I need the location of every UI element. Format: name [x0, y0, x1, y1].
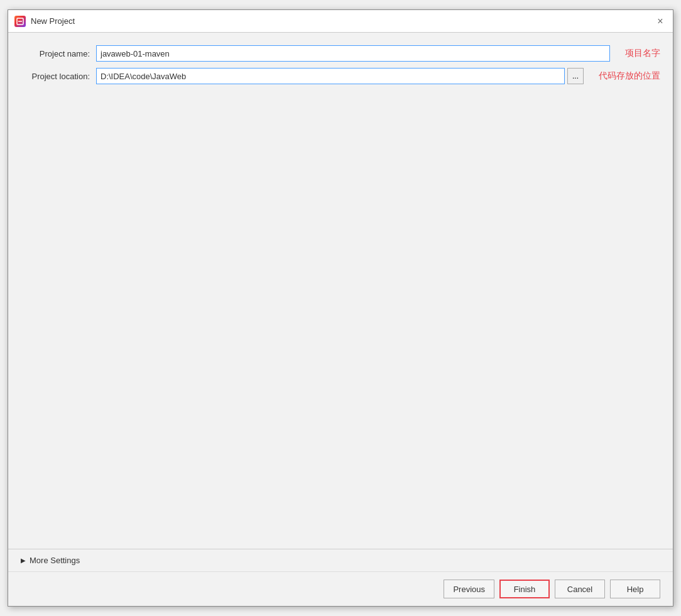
more-settings-label: More Settings: [30, 556, 80, 565]
help-button[interactable]: Help: [610, 580, 660, 598]
dialog-content: Project name: 项目名字 Project location: ...…: [8, 33, 673, 549]
project-location-input[interactable]: [96, 68, 565, 84]
project-location-input-wrap: ... 代码存放的位置: [96, 68, 660, 84]
window-title: New Project: [31, 16, 75, 26]
title-bar-left: New Project: [14, 16, 75, 27]
project-location-row: Project location: ... 代码存放的位置: [21, 68, 660, 84]
project-name-label: Project name:: [21, 49, 96, 58]
project-location-annotation: 代码存放的位置: [599, 70, 660, 82]
cancel-button[interactable]: Cancel: [555, 580, 605, 598]
previous-button[interactable]: Previous: [444, 580, 494, 598]
browse-button[interactable]: ...: [567, 68, 584, 84]
project-name-input[interactable]: [96, 45, 610, 62]
project-name-row: Project name: 项目名字: [21, 45, 660, 62]
button-bar: Previous Finish Cancel Help: [8, 571, 673, 606]
more-settings-row[interactable]: ▶ More Settings: [8, 549, 673, 571]
project-location-label: Project location:: [21, 72, 96, 81]
finish-button[interactable]: Finish: [499, 580, 550, 598]
new-project-dialog: New Project × Project name: 项目名字 Project…: [8, 9, 673, 607]
title-bar: New Project ×: [8, 10, 673, 33]
app-icon: [14, 16, 26, 27]
project-name-input-wrap: 项目名字: [96, 45, 660, 62]
close-button[interactable]: ×: [654, 15, 667, 28]
project-name-annotation: 项目名字: [625, 48, 660, 59]
bottom-section: ▶ More Settings Previous Finish Cancel H…: [8, 549, 673, 606]
more-settings-arrow-icon: ▶: [21, 557, 26, 564]
